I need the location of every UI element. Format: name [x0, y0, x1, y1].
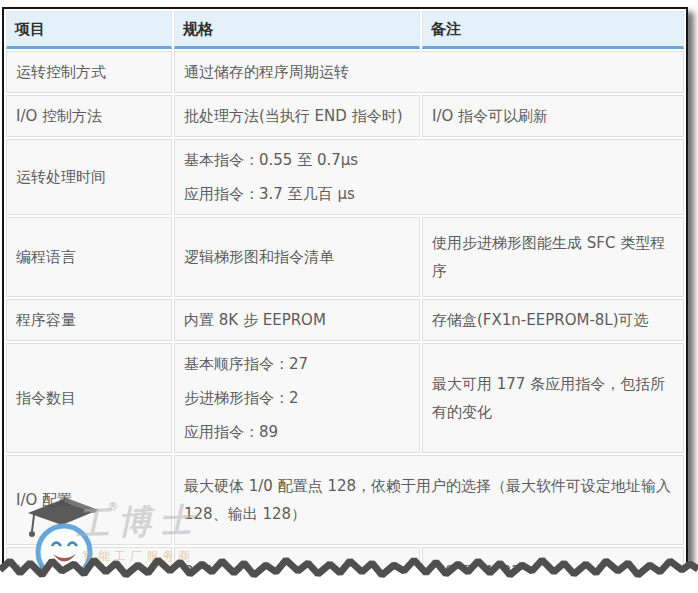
item-cell: 运转处理时间	[6, 139, 172, 215]
item-cell: I/O 配置	[6, 455, 172, 545]
table-row: 编程语言逻辑梯形图和指令清单使用步进梯形图能生成 SFC 类型程序	[6, 217, 684, 297]
spec-cell: 基本顺序指令：27步进梯形指令：2应用指令：89	[174, 343, 420, 453]
spec-cell: 最大硬体 1/0 配置点 128，依赖于用户的选择（最大软件可设定地址输入 12…	[174, 455, 684, 545]
item-cell: 辅助继电 一般	[6, 547, 172, 593]
table-row: 程序容量内置 8K 步 EEPROM存储盒(FX1n-EEPROM-8L)可选	[6, 299, 684, 341]
column-header-item: 项目	[6, 11, 172, 49]
note-cell: 使用步进梯形图能生成 SFC 类型程序	[422, 217, 684, 297]
note-cell: 存储盒(FX1n-EEPROM-8L)可选	[422, 299, 684, 341]
column-header-spec: 规格	[174, 11, 420, 49]
spec-cell: 批处理方法(当执行 END 指令时)	[174, 95, 420, 137]
item-cell: 程序容量	[6, 299, 172, 341]
item-cell: 运转控制方式	[6, 51, 172, 93]
table-row: I/O 配置最大硬体 1/0 配置点 128，依赖于用户的选择（最大软件可设定地…	[6, 455, 684, 545]
plc-spec-table: 项目规格备注 运转控制方式通过储存的程序周期运转I/O 控制方法批处理方法(当执…	[4, 9, 686, 593]
table-row: 辅助继电 一般384 点M0 至 M383	[6, 547, 684, 593]
table-row: 运转控制方式通过储存的程序周期运转	[6, 51, 684, 93]
table-row: 指令数目基本顺序指令：27步进梯形指令：2应用指令：89最大可用 177 条应用…	[6, 343, 684, 453]
spec-cell: 内置 8K 步 EEPROM	[174, 299, 420, 341]
column-header-note: 备注	[422, 11, 684, 49]
note-cell: 最大可用 177 条应用指令，包括所有的变化	[422, 343, 684, 453]
spec-table-body: 运转控制方式通过储存的程序周期运转I/O 控制方法批处理方法(当执行 END 指…	[6, 51, 684, 593]
note-cell: I/O 指令可以刷新	[422, 95, 684, 137]
table-row: 运转处理时间基本指令：0.55 至 0.7μs应用指令：3.7 至几百 μs	[6, 139, 684, 215]
table-row: I/O 控制方法批处理方法(当执行 END 指令时)I/O 指令可以刷新	[6, 95, 684, 137]
note-cell: M0 至 M383	[422, 547, 684, 593]
spec-table-screenshot: 项目规格备注 运转控制方式通过储存的程序周期运转I/O 控制方法批处理方法(当执…	[0, 0, 698, 593]
header-row: 项目规格备注	[6, 11, 684, 49]
spec-cell: 384 点	[174, 547, 420, 593]
spec-table-frame: 项目规格备注 运转控制方式通过储存的程序周期运转I/O 控制方法批处理方法(当执…	[2, 7, 688, 593]
spec-cell: 基本指令：0.55 至 0.7μs应用指令：3.7 至几百 μs	[174, 139, 684, 215]
spec-cell: 通过储存的程序周期运转	[174, 51, 684, 93]
item-cell: 指令数目	[6, 343, 172, 453]
item-cell: 编程语言	[6, 217, 172, 297]
spec-cell: 逻辑梯形图和指令清单	[174, 217, 420, 297]
item-cell: I/O 控制方法	[6, 95, 172, 137]
